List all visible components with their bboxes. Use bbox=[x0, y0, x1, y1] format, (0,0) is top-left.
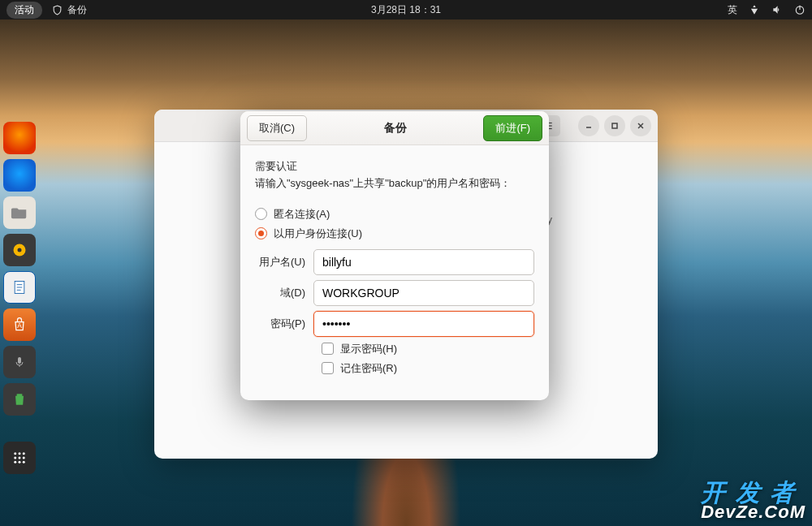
svg-point-13 bbox=[14, 457, 16, 459]
network-icon[interactable] bbox=[749, 4, 760, 15]
grid-icon bbox=[12, 451, 27, 465]
svg-point-16 bbox=[14, 461, 16, 463]
svg-text:A: A bbox=[17, 321, 22, 330]
dock-ubuntu-software[interactable]: A bbox=[3, 308, 36, 341]
volume-icon[interactable] bbox=[771, 4, 783, 15]
show-password-label: 显示密码(H) bbox=[340, 342, 397, 356]
radio-anonymous-label: 匿名连接(A) bbox=[274, 207, 330, 222]
radio-icon-checked bbox=[255, 227, 267, 239]
maximize-button[interactable] bbox=[604, 115, 625, 136]
trash-icon bbox=[11, 391, 28, 407]
password-label: 密码(P) bbox=[255, 317, 313, 331]
svg-point-10 bbox=[14, 452, 16, 455]
show-password-check[interactable]: 显示密码(H) bbox=[322, 342, 534, 356]
shield-icon bbox=[52, 5, 63, 15]
bag-icon: A bbox=[11, 317, 28, 333]
svg-point-11 bbox=[19, 452, 21, 455]
dock-rhythmbox[interactable] bbox=[3, 234, 36, 266]
maximize-icon bbox=[611, 122, 619, 130]
watermark-line2: DevZe.CoM bbox=[701, 504, 806, 521]
forward-button[interactable]: 前进(F) bbox=[483, 115, 542, 141]
auth-prompt-label: 请输入"sysgeek-nas"上共享"backup"的用户名和密码： bbox=[255, 175, 534, 192]
activities-button[interactable]: 活动 bbox=[6, 2, 42, 19]
radio-anonymous[interactable]: 匿名连接(A) bbox=[255, 207, 534, 222]
domain-label: 域(D) bbox=[255, 286, 313, 300]
username-input[interactable] bbox=[313, 249, 534, 275]
auth-dialog: 取消(C) 备份 前进(F) 需要认证 请输入"sysgeek-nas"上共享"… bbox=[240, 111, 549, 400]
dock-help[interactable] bbox=[3, 346, 36, 378]
radio-icon bbox=[255, 208, 267, 220]
dock-files[interactable] bbox=[3, 196, 36, 229]
close-button[interactable] bbox=[630, 115, 651, 136]
auth-required-label: 需要认证 bbox=[255, 158, 534, 175]
minimize-icon bbox=[585, 122, 593, 130]
top-bar: 活动 备份 3月28日 18：31 英 bbox=[0, 0, 812, 19]
svg-rect-9 bbox=[18, 357, 21, 364]
remember-password-check[interactable]: 记住密码(R) bbox=[322, 361, 534, 376]
dock-show-apps[interactable] bbox=[3, 442, 36, 474]
svg-point-18 bbox=[23, 461, 25, 463]
dock-libreoffice-writer[interactable] bbox=[3, 271, 36, 304]
radio-user[interactable]: 以用户身份连接(U) bbox=[255, 226, 534, 241]
domain-input[interactable] bbox=[313, 280, 534, 306]
minimize-button[interactable] bbox=[578, 115, 599, 136]
svg-point-17 bbox=[19, 461, 21, 463]
password-input[interactable] bbox=[313, 311, 534, 337]
microphone-icon bbox=[13, 356, 26, 369]
svg-rect-23 bbox=[612, 123, 617, 128]
watermark-line1: 开 发 者 bbox=[701, 481, 806, 505]
app-indicator-label: 备份 bbox=[67, 3, 87, 17]
close-icon bbox=[637, 122, 645, 130]
power-icon[interactable] bbox=[794, 4, 806, 15]
clock[interactable]: 3月28日 18：31 bbox=[371, 3, 441, 17]
ime-indicator[interactable]: 英 bbox=[728, 3, 737, 17]
remember-password-label: 记住密码(R) bbox=[340, 361, 397, 376]
svg-point-14 bbox=[19, 457, 21, 459]
radio-user-label: 以用户身份连接(U) bbox=[274, 226, 362, 241]
document-icon bbox=[11, 279, 28, 295]
app-indicator[interactable]: 备份 bbox=[52, 3, 87, 17]
svg-point-15 bbox=[23, 457, 25, 459]
watermark: 开 发 者 DevZe.CoM bbox=[701, 481, 806, 521]
checkbox-icon bbox=[322, 343, 334, 355]
dock-trash[interactable] bbox=[3, 383, 36, 416]
folder-icon bbox=[11, 204, 28, 222]
dock: A bbox=[3, 122, 39, 474]
svg-point-3 bbox=[18, 248, 22, 252]
checkbox-icon bbox=[322, 362, 334, 374]
dialog-title: 备份 bbox=[384, 121, 407, 136]
svg-point-12 bbox=[23, 452, 25, 455]
dialog-header: 取消(C) 备份 前进(F) bbox=[240, 111, 549, 145]
speaker-icon bbox=[11, 242, 28, 258]
username-label: 用户名(U) bbox=[255, 255, 313, 269]
dock-thunderbird[interactable] bbox=[3, 159, 36, 192]
dock-firefox[interactable] bbox=[3, 122, 36, 154]
cancel-button[interactable]: 取消(C) bbox=[247, 115, 307, 141]
